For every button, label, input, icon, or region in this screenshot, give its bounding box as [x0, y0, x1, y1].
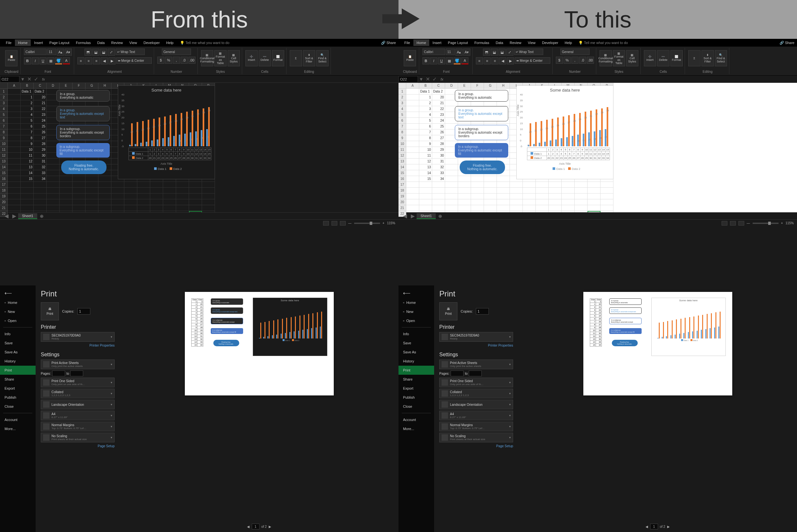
name-box[interactable]: O22	[398, 76, 418, 82]
insert-cells-button[interactable]: ➕Insert	[245, 50, 258, 66]
col-header[interactable]: H	[497, 83, 510, 89]
cell-styles-button[interactable]: ▦Cell Styles	[227, 50, 240, 66]
nav-info[interactable]: Info	[398, 329, 434, 339]
tab-insert[interactable]: Insert	[31, 39, 46, 46]
font-name-select[interactable]: Calibri	[24, 49, 47, 55]
border-button[interactable]: ▦	[47, 57, 54, 64]
row-header[interactable]: 13	[398, 158, 406, 165]
worksheet-grid[interactable]: 12345678910111213141516171819202122ABCDE…	[398, 83, 797, 212]
fx-icon[interactable]: fx	[39, 77, 48, 81]
format-as-table-button[interactable]: ▦Format as Table	[613, 50, 625, 66]
col-header[interactable]: C	[34, 83, 47, 89]
find-select-button[interactable]: 🔍Find & Select	[715, 50, 727, 66]
border-button[interactable]: ▦	[446, 57, 453, 64]
sort-filter-button[interactable]: ⬍Sort & Filter	[702, 50, 714, 66]
share-button[interactable]: 🔗 Share	[381, 41, 396, 45]
align-top-icon[interactable]: ⬒	[483, 49, 490, 56]
align-bottom-icon[interactable]: ⬓	[100, 49, 107, 56]
percent-icon[interactable]: %	[165, 57, 172, 64]
orientation-select[interactable]: Landscape Orientation▾	[439, 400, 513, 410]
fx-icon[interactable]: fx	[438, 77, 446, 81]
back-button[interactable]: ⟵	[0, 288, 36, 298]
inc-decimal-icon[interactable]: .0	[579, 57, 586, 64]
nav-publish[interactable]: Publish	[398, 393, 434, 402]
percent-icon[interactable]: %	[563, 57, 571, 64]
add-sheet-button[interactable]: ⊕	[436, 213, 445, 219]
col-header[interactable]: G	[86, 83, 98, 89]
nav-new[interactable]: ▫New	[0, 307, 36, 316]
nav-close[interactable]: Close	[0, 402, 36, 411]
row-header[interactable]: 13	[0, 158, 8, 165]
page-setup-link[interactable]: Page Setup	[439, 444, 513, 449]
font-color-button[interactable]: A	[461, 57, 468, 64]
print-button[interactable]: 🖶Print	[41, 302, 59, 320]
row-header[interactable]: 17	[398, 182, 406, 188]
nav-home[interactable]: ▫Home	[398, 298, 434, 307]
page-layout-view-icon[interactable]	[730, 221, 736, 226]
col-header[interactable]: F	[471, 83, 484, 89]
orientation-icon[interactable]: ⤢	[506, 49, 514, 56]
bold-button[interactable]: B	[24, 57, 31, 64]
page-setup-link[interactable]: Page Setup	[41, 444, 115, 449]
sheet-tab[interactable]: Sheet1	[416, 213, 436, 219]
format-as-table-button[interactable]: ▦Format as Table	[214, 50, 227, 66]
current-page[interactable]: 1	[252, 524, 259, 529]
row-header[interactable]: 21	[398, 205, 406, 211]
fill-color-button[interactable]: 🪣	[55, 57, 62, 64]
font-color-button[interactable]: A	[63, 57, 70, 64]
row-header[interactable]: 1	[0, 89, 8, 95]
nav-open[interactable]: ▫Open	[0, 316, 36, 325]
row-header[interactable]: 18	[398, 188, 406, 193]
dec-decimal-icon[interactable]: .00	[188, 57, 196, 64]
format-cells-button[interactable]: ⬜Format	[272, 50, 284, 66]
italic-button[interactable]: I	[430, 57, 437, 64]
current-page[interactable]: 1	[650, 524, 658, 529]
nav-open[interactable]: ▫Open	[398, 316, 434, 325]
row-header[interactable]: 14	[398, 165, 406, 170]
page-to-input[interactable]	[469, 370, 482, 376]
row-header[interactable]: 20	[0, 200, 8, 205]
cell-styles-button[interactable]: ▦Cell Styles	[626, 50, 638, 66]
col-header[interactable]: G	[484, 83, 497, 89]
nav-share[interactable]: Share	[398, 375, 434, 384]
nav-close[interactable]: Close	[398, 402, 434, 411]
name-box[interactable]: O22	[0, 76, 19, 82]
underline-button[interactable]: U	[438, 57, 445, 64]
row-header[interactable]: 5	[398, 112, 406, 118]
nav-save[interactable]: Save	[0, 339, 36, 347]
normal-view-icon[interactable]	[722, 221, 727, 226]
paper-size-select[interactable]: A48.27" x 11.69"▾	[41, 411, 115, 420]
prev-page-button[interactable]: ◀	[247, 525, 249, 529]
italic-button[interactable]: I	[32, 57, 39, 64]
tab-file[interactable]: File	[3, 39, 15, 46]
row-header[interactable]: 12	[398, 153, 406, 158]
align-bottom-icon[interactable]: ⬓	[499, 49, 506, 56]
comma-icon[interactable]: ,	[173, 57, 180, 64]
add-sheet-button[interactable]: ⊕	[37, 213, 46, 219]
row-header[interactable]: 16	[0, 176, 8, 182]
next-page-button[interactable]: ▶	[269, 525, 271, 529]
nav-export[interactable]: Export	[398, 384, 434, 393]
indent-inc-icon[interactable]: ▶	[507, 57, 514, 64]
fill-color-button[interactable]: 🪣	[453, 57, 461, 64]
col-header[interactable]: E	[59, 83, 73, 89]
merge-center-button[interactable]: ⬌ Merge & Center	[515, 57, 550, 64]
printer-select[interactable]: SEC84251970D9A0Ready▾	[41, 332, 115, 342]
tab-data[interactable]: Data	[94, 39, 108, 46]
prev-page-button[interactable]: ◀	[646, 525, 648, 529]
tab-formulas[interactable]: Formulas	[73, 39, 94, 46]
increase-font-icon[interactable]: A▴	[456, 49, 463, 56]
font-name-select[interactable]: Calibri	[423, 49, 445, 55]
row-header[interactable]: 8	[398, 130, 406, 135]
copies-input[interactable]: 1	[77, 308, 90, 315]
delete-cells-button[interactable]: ➖Delete	[259, 50, 271, 66]
decrease-font-icon[interactable]: A▾	[463, 49, 470, 56]
print-button[interactable]: 🖶Print	[439, 302, 458, 320]
collate-select[interactable]: Collated1,2,3 1,2,3 1,2,3▾	[41, 388, 115, 398]
orientation-select[interactable]: Landscape Orientation▾	[41, 400, 115, 410]
nav-new[interactable]: ▫New	[398, 307, 434, 316]
conditional-formatting-button[interactable]: ▦Conditional Formatting	[599, 50, 612, 66]
tab-home[interactable]: Home	[413, 39, 429, 46]
decrease-font-icon[interactable]: A▾	[65, 49, 72, 56]
nav-save[interactable]: Save	[398, 339, 434, 347]
